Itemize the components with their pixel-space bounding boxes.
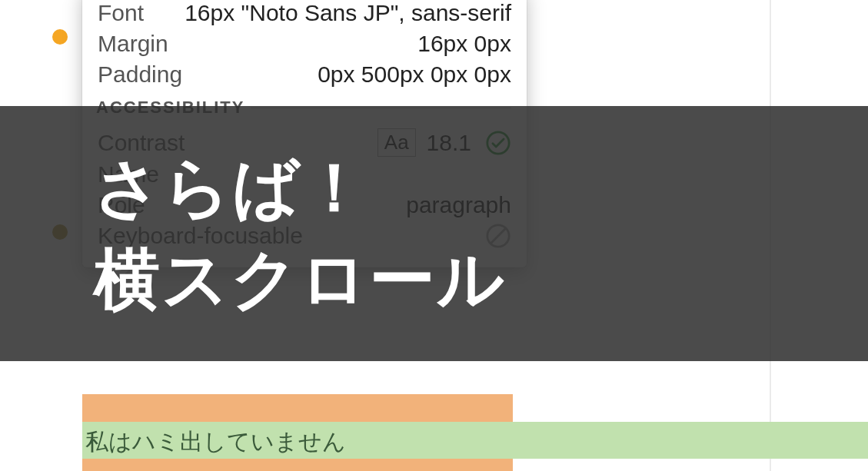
padding-value: 0px 500px 0px 0px [318, 61, 511, 88]
margin-highlight [82, 459, 513, 471]
font-label: Font [98, 0, 144, 26]
padding-label: Padding [98, 61, 182, 88]
banner-line-2: 横スクロール [94, 234, 868, 325]
inspected-paragraph[interactable]: 私はハミ出していません [82, 422, 868, 459]
bullet-icon [52, 29, 68, 45]
banner-line-1: さらば！ [94, 142, 868, 234]
style-font-row: Font 16px "Noto Sans JP", sans-serif [98, 0, 511, 26]
page-background: Font 16px "Noto Sans JP", sans-serif Mar… [0, 0, 868, 471]
style-margin-row: Margin 16px 0px [98, 31, 511, 57]
font-value: 16px "Noto Sans JP", sans-serif [185, 0, 511, 26]
paragraph-text: 私はハミ出していません [82, 422, 868, 458]
margin-value: 16px 0px [417, 31, 511, 57]
margin-highlight [82, 394, 513, 422]
title-banner: さらば！ 横スクロール [0, 106, 868, 361]
style-padding-row: Padding 0px 500px 0px 0px [98, 61, 511, 88]
margin-label: Margin [98, 31, 168, 57]
